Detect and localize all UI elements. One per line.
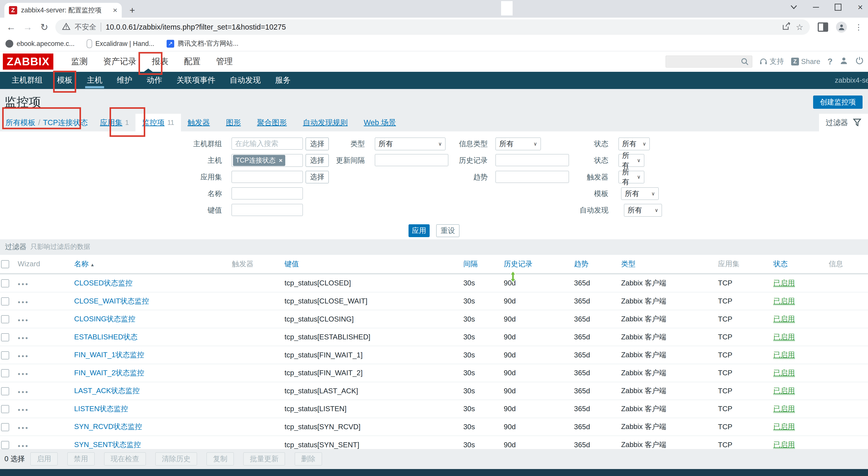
tab-search-chevron-icon[interactable] bbox=[789, 3, 798, 12]
col-trends[interactable]: 趋势 bbox=[573, 255, 620, 274]
item-status-link[interactable]: 已启用 bbox=[773, 369, 795, 377]
create-item-button[interactable]: 创建监控项 bbox=[813, 96, 862, 109]
item-status-link[interactable]: 已启用 bbox=[773, 386, 795, 395]
minimize-icon[interactable] bbox=[812, 3, 820, 12]
reload-icon[interactable]: ↻ bbox=[39, 22, 50, 33]
name-input[interactable] bbox=[231, 187, 303, 200]
address-field[interactable]: 不安全 10.0.0.61/zabbix/items.php?filter_se… bbox=[55, 20, 810, 35]
col-name[interactable]: 名称▲ bbox=[73, 255, 231, 274]
col-status[interactable]: 状态 bbox=[772, 255, 828, 274]
item-status-link[interactable]: 已启用 bbox=[773, 351, 795, 359]
subnav-item[interactable]: 模板 bbox=[50, 72, 80, 89]
wizard-menu-icon[interactable]: ●●● bbox=[18, 371, 29, 376]
forward-icon[interactable]: → bbox=[22, 22, 33, 32]
subnav-item[interactable]: 维护 bbox=[110, 72, 140, 89]
item-name-link[interactable]: SYN_SENT状态监控 bbox=[74, 441, 141, 449]
entity-tab[interactable]: 图形 bbox=[219, 114, 250, 131]
apply-button[interactable]: 应用 bbox=[408, 224, 430, 237]
main-nav-item[interactable]: 报表 bbox=[144, 56, 176, 67]
mass-action-button[interactable]: 现在检查 bbox=[104, 452, 146, 466]
row-checkbox[interactable] bbox=[1, 297, 9, 305]
main-nav-item[interactable]: 配置 bbox=[176, 56, 208, 67]
maximize-icon[interactable] bbox=[834, 3, 842, 12]
mass-action-button[interactable]: 批量更新 bbox=[243, 452, 285, 466]
item-status-link[interactable]: 已启用 bbox=[773, 279, 795, 287]
entity-tab[interactable]: 触发器 bbox=[181, 114, 219, 131]
entity-tab-label[interactable]: 图形 bbox=[226, 118, 241, 128]
row-checkbox[interactable] bbox=[1, 333, 9, 341]
main-nav-item[interactable]: 管理 bbox=[208, 56, 240, 67]
wizard-menu-icon[interactable]: ●●● bbox=[18, 336, 29, 340]
bookmark-item[interactable]: ebook.apecome.c... bbox=[5, 40, 74, 48]
application-input[interactable] bbox=[231, 171, 303, 183]
entity-tab[interactable]: 自动发现规则 bbox=[296, 114, 357, 131]
col-history[interactable]: 历史记录 bbox=[503, 255, 573, 274]
entity-tab-label[interactable]: 自动发现规则 bbox=[303, 118, 348, 128]
mass-action-button[interactable]: 启用 bbox=[30, 452, 58, 466]
wizard-menu-icon[interactable]: ●●● bbox=[18, 353, 29, 358]
row-checkbox[interactable] bbox=[1, 423, 9, 431]
item-name-link[interactable]: LISTEN状态监控 bbox=[74, 405, 128, 413]
entity-tab[interactable]: Web 场景 bbox=[357, 114, 405, 131]
wizard-menu-icon[interactable]: ●●● bbox=[18, 389, 29, 394]
wizard-menu-icon[interactable]: ●●● bbox=[18, 443, 29, 448]
item-name-link[interactable]: LAST_ACK状态监控 bbox=[74, 386, 140, 395]
application-select-button[interactable]: 选择 bbox=[306, 171, 329, 183]
browser-profile-avatar[interactable] bbox=[836, 22, 847, 33]
breadcrumb-template[interactable]: TCP连接状态 bbox=[43, 118, 88, 128]
main-nav-item[interactable]: 资产记录 bbox=[95, 56, 144, 67]
entity-tab-label[interactable]: 聚合图形 bbox=[257, 118, 287, 128]
wizard-menu-icon[interactable]: ●●● bbox=[18, 407, 29, 412]
wizard-menu-icon[interactable]: ●●● bbox=[18, 318, 29, 322]
item-name-link[interactable]: CLOSING状态监控 bbox=[74, 315, 135, 323]
zabbix-logo[interactable]: ZABBIX bbox=[3, 54, 53, 70]
subnav-item[interactable]: 主机群组 bbox=[4, 72, 50, 89]
entity-tab[interactable]: 聚合图形 bbox=[250, 114, 296, 131]
mass-action-button[interactable]: 禁用 bbox=[67, 452, 95, 466]
status-select[interactable]: 所有∨ bbox=[618, 137, 650, 150]
not-secure-warning-icon[interactable] bbox=[62, 22, 70, 32]
entity-tab-label[interactable]: Web 场景 bbox=[364, 118, 396, 128]
row-checkbox[interactable] bbox=[1, 405, 9, 413]
item-name-link[interactable]: CLOSED状态监控 bbox=[74, 279, 133, 287]
col-key[interactable]: 键值 bbox=[283, 255, 462, 274]
filter-toggle[interactable]: 过滤器 bbox=[819, 114, 868, 131]
item-status-link[interactable]: 已启用 bbox=[773, 422, 795, 431]
wizard-menu-icon[interactable]: ●●● bbox=[18, 300, 29, 304]
bookmark-item[interactable]: ↗ 腾讯文档-官方网站... bbox=[166, 39, 239, 48]
item-status-link[interactable]: 已启用 bbox=[773, 441, 795, 449]
key-input[interactable] bbox=[231, 204, 303, 216]
url-text[interactable]: 10.0.0.61/zabbix/items.php?filter_set=1&… bbox=[105, 23, 778, 31]
bookmark-item[interactable]: Excalidraw | Hand... bbox=[87, 39, 154, 48]
bookmark-star-icon[interactable]: ☆ bbox=[796, 23, 803, 32]
item-status-link[interactable]: 已启用 bbox=[773, 405, 795, 413]
mass-action-button[interactable]: 清除历史 bbox=[155, 452, 197, 466]
discovery-select[interactable]: 所有∨ bbox=[624, 204, 662, 216]
subnav-item[interactable]: 主机 bbox=[80, 72, 110, 89]
col-type[interactable]: 类型 bbox=[620, 255, 717, 274]
select-all-checkbox[interactable] bbox=[1, 260, 9, 268]
mass-action-button[interactable]: 复制 bbox=[207, 452, 234, 466]
row-checkbox[interactable] bbox=[1, 351, 9, 360]
security-label[interactable]: 不安全 bbox=[75, 22, 96, 32]
entity-tab[interactable]: 监控项 11 bbox=[135, 114, 181, 131]
mass-action-button[interactable]: 删除 bbox=[294, 452, 322, 466]
item-name-link[interactable]: ESTABLISHED状态 bbox=[74, 333, 137, 341]
item-status-link[interactable]: 已启用 bbox=[773, 297, 795, 305]
template-select[interactable]: 所有∨ bbox=[621, 187, 659, 200]
entity-tab-label[interactable]: 触发器 bbox=[187, 118, 210, 128]
item-status-link[interactable]: 已启用 bbox=[773, 315, 795, 323]
global-search-input[interactable] bbox=[665, 56, 752, 68]
row-checkbox[interactable] bbox=[1, 315, 9, 323]
share-link[interactable]: Z Share bbox=[791, 58, 820, 66]
reset-button[interactable]: 重设 bbox=[436, 224, 460, 237]
logout-link[interactable] bbox=[856, 56, 864, 67]
item-name-link[interactable]: FIN_WAIT_1状态监控 bbox=[74, 351, 144, 359]
profile-link[interactable] bbox=[840, 56, 848, 67]
row-checkbox[interactable] bbox=[1, 387, 9, 395]
triggers-select[interactable]: 所有∨ bbox=[618, 171, 644, 183]
support-link[interactable]: 支持 bbox=[760, 57, 784, 66]
browser-menu-icon[interactable]: ⋮ bbox=[855, 23, 863, 32]
entity-tab[interactable]: 应用集 1 bbox=[93, 114, 136, 131]
row-checkbox[interactable] bbox=[1, 441, 9, 449]
